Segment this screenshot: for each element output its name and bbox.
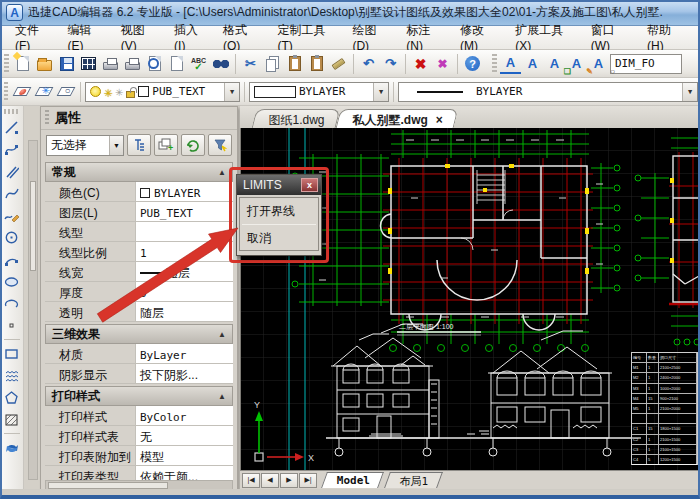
svg-text:+: + bbox=[168, 143, 173, 152]
prop-row-linetype[interactable]: 线型 bbox=[45, 222, 233, 242]
undo-button[interactable]: ↶ bbox=[358, 53, 379, 74]
draw-toolbar bbox=[0, 106, 24, 496]
single-text-button[interactable]: A bbox=[522, 53, 543, 74]
nav-prev-button[interactable]: ◀ bbox=[261, 473, 279, 488]
properties-scrollbar[interactable] bbox=[28, 140, 38, 480]
selection-dropdown[interactable]: 无选择 ▼ bbox=[46, 135, 124, 156]
nav-first-button[interactable]: |◀ bbox=[242, 473, 260, 488]
layer-combo-arrow[interactable]: ▼ bbox=[224, 83, 239, 101]
arc-tool[interactable] bbox=[2, 249, 22, 270]
window-title: 迅捷CAD编辑器 6.2 专业版 - [C:\Users\Administrat… bbox=[28, 4, 663, 21]
ellipse-arc-tool[interactable] bbox=[2, 293, 22, 314]
layer-combo[interactable]: ✳ ✳ PUB_TEXT ▼ bbox=[85, 82, 240, 102]
lineweight-sample bbox=[140, 272, 162, 274]
save-button[interactable] bbox=[56, 53, 77, 74]
prop-row-transparency[interactable]: 透明 随层 bbox=[45, 302, 233, 322]
ellipse-tool[interactable] bbox=[2, 271, 22, 292]
find-replace-button[interactable] bbox=[210, 53, 231, 74]
layer-thaw-icon[interactable]: ✳ bbox=[104, 85, 112, 99]
revision-cloud-tool[interactable] bbox=[2, 365, 22, 386]
collapse-icon[interactable]: ▲ bbox=[218, 392, 226, 401]
spell-check-button[interactable]: ABC✓ bbox=[188, 53, 209, 74]
layer-on-icon[interactable] bbox=[90, 86, 101, 97]
point-tool[interactable] bbox=[2, 315, 22, 336]
layer-manager-icon[interactable] bbox=[11, 81, 32, 102]
rotate-view-tool[interactable] bbox=[2, 437, 22, 458]
select-objects-button[interactable]: + bbox=[154, 134, 178, 156]
nav-next-button[interactable]: ▶ bbox=[280, 473, 298, 488]
prop-row-linetype-scale[interactable]: 线型比例 1 bbox=[45, 242, 233, 262]
filter-button[interactable] bbox=[208, 134, 232, 156]
palette-grip[interactable] bbox=[45, 110, 49, 126]
page-setup-button[interactable] bbox=[166, 53, 187, 74]
limits-option-on[interactable]: 打开界线 bbox=[240, 198, 318, 224]
prop-row-material[interactable]: 材质 ByLayer bbox=[45, 344, 233, 364]
print-preview-button[interactable] bbox=[122, 53, 143, 74]
prop-row-plot-style[interactable]: 打印样式 ByColor bbox=[45, 406, 233, 426]
find-in-doc-button[interactable] bbox=[144, 53, 165, 74]
tab-private-villa[interactable]: 私人别墅.dwg× bbox=[336, 109, 459, 128]
paste-button[interactable] bbox=[284, 53, 305, 74]
polygon-tool[interactable] bbox=[2, 387, 22, 408]
linetype-combo-arrow[interactable]: ▼ bbox=[682, 83, 697, 101]
prop-row-shadow[interactable]: 阴影显示 投下阴影... bbox=[45, 364, 233, 384]
layer-freeze-icon[interactable] bbox=[33, 81, 54, 102]
ucs-y-label: Y bbox=[254, 400, 260, 410]
paste-special-button[interactable] bbox=[306, 53, 327, 74]
selection-dropdown-arrow[interactable]: ▼ bbox=[109, 136, 123, 155]
new-file-button[interactable] bbox=[12, 53, 33, 74]
copy-button[interactable] bbox=[262, 53, 283, 74]
layer-walk-icon[interactable] bbox=[55, 81, 76, 102]
toolbar-grip bbox=[4, 54, 9, 74]
section-general[interactable]: 常规 ▲ bbox=[45, 162, 233, 182]
erase-button[interactable]: ✖ bbox=[410, 53, 431, 74]
prop-row-layer[interactable]: 图层(L) PUB_TEXT bbox=[45, 202, 233, 222]
find-text-button[interactable]: A○ bbox=[588, 53, 609, 74]
layer-unlock-icon[interactable] bbox=[126, 91, 135, 98]
properties-title-bar[interactable]: 属性 bbox=[41, 107, 237, 130]
spline-tool[interactable] bbox=[2, 183, 22, 204]
limits-option-cancel[interactable]: 取消 bbox=[240, 225, 318, 251]
rectangle-tool[interactable] bbox=[2, 343, 22, 364]
format-painter-button[interactable] bbox=[328, 53, 349, 74]
hatch-tool[interactable] bbox=[2, 409, 22, 430]
polyline-tool[interactable] bbox=[2, 139, 22, 160]
layer-freeze-vp-icon[interactable]: ✳ bbox=[115, 84, 123, 99]
tab-model[interactable]: Model bbox=[321, 472, 384, 488]
text-style-combo[interactable]: DIM_FO bbox=[610, 54, 682, 74]
prop-row-lineweight[interactable]: 线宽 随层 bbox=[45, 262, 233, 282]
print-button[interactable] bbox=[100, 53, 121, 74]
circle-tool[interactable] bbox=[2, 227, 22, 248]
tab-drawing1[interactable]: 图纸1.dwg bbox=[252, 109, 341, 128]
prop-row-thickness[interactable]: 厚度 0 bbox=[45, 282, 233, 302]
nav-last-button[interactable]: ▶| bbox=[299, 473, 317, 488]
edit-text-button[interactable]: A✎ bbox=[566, 53, 587, 74]
help-button[interactable]: ? bbox=[462, 53, 483, 74]
quick-select-button[interactable] bbox=[127, 134, 151, 156]
color-combo-arrow[interactable]: ▼ bbox=[373, 83, 388, 101]
tab-close-icon[interactable]: × bbox=[436, 113, 443, 127]
prop-row-plot-attach[interactable]: 打印表附加到 模型 bbox=[45, 446, 233, 466]
text-style-button[interactable]: A bbox=[500, 53, 521, 74]
redo-button[interactable]: ↷ bbox=[380, 53, 401, 74]
purge-button[interactable]: ✖ bbox=[432, 53, 453, 74]
section-3d-effects[interactable]: 三维效果 ▲ bbox=[45, 324, 233, 344]
dialog-close-button[interactable]: x bbox=[301, 178, 318, 192]
line-tool[interactable] bbox=[2, 117, 22, 138]
mtext-button[interactable]: A❏ bbox=[544, 53, 565, 74]
section-plot-style[interactable]: 打印样式 ▲ bbox=[45, 386, 233, 406]
collapse-icon[interactable]: ▲ bbox=[218, 168, 226, 177]
tab-layout1[interactable]: 布局1 bbox=[384, 472, 442, 488]
collapse-icon[interactable]: ▲ bbox=[218, 330, 226, 339]
toggle-pickadd-button[interactable] bbox=[181, 134, 205, 156]
limits-dialog-title-bar[interactable]: LIMITS x bbox=[237, 175, 321, 195]
open-file-button[interactable] bbox=[34, 53, 55, 74]
prop-row-plot-table[interactable]: 打印样式表 无 bbox=[45, 426, 233, 446]
color-combo[interactable]: BYLAYER ▼ bbox=[249, 82, 389, 102]
sketch-tool[interactable] bbox=[2, 205, 22, 226]
linetype-combo[interactable]: BYLAYER ▼ bbox=[398, 82, 698, 102]
double-line-tool[interactable] bbox=[2, 161, 22, 182]
export-acis-button[interactable] bbox=[78, 53, 99, 74]
prop-row-color[interactable]: 颜色(C) BYLAYER bbox=[45, 182, 233, 202]
cut-button[interactable]: ✂ bbox=[240, 53, 261, 74]
